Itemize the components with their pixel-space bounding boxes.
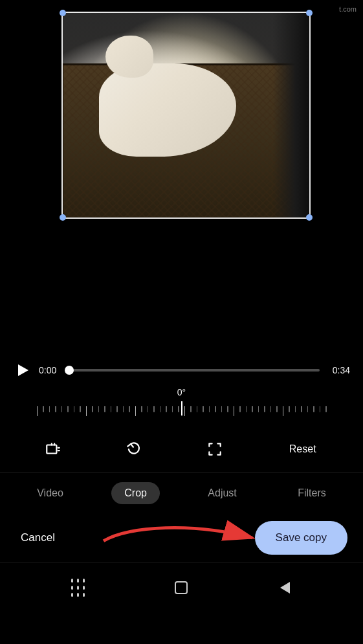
reset-button[interactable]: Reset bbox=[281, 438, 324, 460]
ruler-center-indicator bbox=[181, 401, 182, 416]
action-row: Cancel Save copy bbox=[0, 513, 363, 562]
angle-area: 0° bbox=[0, 384, 363, 426]
tab-adjust[interactable]: Adjust bbox=[195, 482, 249, 504]
free-crop-button[interactable] bbox=[201, 435, 229, 463]
recent-apps-icon bbox=[71, 579, 85, 597]
aspect-ratio-icon bbox=[45, 441, 61, 458]
aspect-ratio-button[interactable] bbox=[39, 435, 67, 463]
play-icon bbox=[18, 364, 28, 376]
free-crop-icon bbox=[206, 441, 223, 458]
back-icon bbox=[280, 582, 290, 594]
crop-handle-bottom-right[interactable] bbox=[306, 214, 313, 221]
dim-overlay-right bbox=[311, 12, 363, 219]
save-copy-button[interactable]: Save copy bbox=[255, 521, 347, 555]
nav-home-button[interactable] bbox=[167, 573, 195, 602]
dim-overlay-left bbox=[0, 12, 61, 219]
home-icon bbox=[175, 581, 188, 594]
playback-row: 0:00 0:34 bbox=[0, 350, 363, 384]
rotation-ruler[interactable] bbox=[0, 401, 363, 421]
tab-crop[interactable]: Crop bbox=[111, 482, 160, 504]
progress-bar[interactable] bbox=[69, 369, 320, 372]
rotate-button[interactable] bbox=[120, 435, 148, 463]
watermark: t.com bbox=[339, 5, 357, 13]
time-total: 0:34 bbox=[327, 365, 350, 375]
crop-handle-top-right[interactable] bbox=[306, 10, 313, 16]
action-row-wrapper: Cancel Save copy bbox=[0, 513, 363, 562]
progress-thumb[interactable] bbox=[65, 366, 74, 375]
nav-bar bbox=[0, 562, 363, 610]
tool-icons-row: Reset bbox=[0, 426, 363, 473]
play-button[interactable] bbox=[13, 361, 31, 379]
crop-handle-bottom-left[interactable] bbox=[60, 214, 66, 221]
video-area: t.com bbox=[0, 0, 363, 350]
rotate-icon bbox=[126, 441, 142, 458]
crop-frame[interactable] bbox=[61, 12, 311, 219]
cancel-button[interactable]: Cancel bbox=[16, 526, 60, 550]
tab-video[interactable]: Video bbox=[24, 482, 76, 504]
angle-label: 0° bbox=[177, 387, 186, 397]
crop-handle-top-left[interactable] bbox=[60, 10, 66, 16]
dim-overlay-bottom bbox=[0, 219, 363, 350]
tab-bar: Video Crop Adjust Filters bbox=[0, 473, 363, 513]
tab-filters[interactable]: Filters bbox=[285, 482, 339, 504]
nav-recent-apps-button[interactable] bbox=[63, 573, 92, 602]
nav-back-button[interactable] bbox=[271, 573, 300, 602]
time-current: 0:00 bbox=[39, 365, 61, 375]
svg-rect-0 bbox=[47, 445, 57, 454]
